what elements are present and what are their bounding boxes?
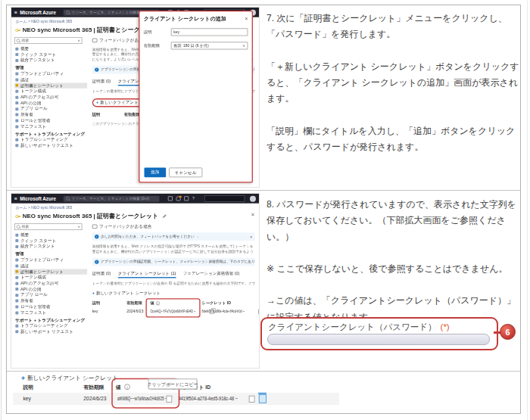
client-secret-field-label: クライアントシークレット（パスワード）(*)	[268, 322, 450, 333]
sidebar-item[interactable]: 新しいサポート リクエスト	[14, 329, 87, 335]
step7-paragraph: 7. 次に「証明書とシークレット」メニューをクリックし、「パスワード」を発行しま…	[267, 11, 522, 43]
feedback-link[interactable]: フィードバックがある場合	[92, 223, 255, 229]
client-secret-input[interactable]	[267, 334, 490, 345]
sidebar-item[interactable]: トークン構成	[14, 275, 87, 281]
gear-icon[interactable]	[184, 196, 189, 201]
sidebar-item-icon	[15, 95, 18, 98]
sidebar-item[interactable]: 管理	[14, 65, 87, 71]
sidebar-search-placeholder: 検索	[21, 224, 29, 229]
add-client-secret-link[interactable]: +新しいクライアント シークレット	[21, 374, 118, 382]
sidebar-item[interactable]: トラブルシューティング	[14, 323, 87, 329]
close-icon[interactable]: ×	[251, 211, 254, 217]
sidebar-item[interactable]: 証明書とシークレット	[14, 82, 87, 89]
sidebar-item[interactable]: ロールと管理者	[14, 304, 87, 310]
sidebar-item[interactable]: マニフェスト	[14, 310, 87, 316]
sidebar-item-icon	[15, 138, 18, 142]
required-mark: (*)	[441, 322, 450, 331]
azure-brand[interactable]: Microsoft Azure	[20, 10, 56, 15]
table-row	[13, 393, 339, 405]
secret-id: 4419f504-a278-4ed5-918c-48 ~	[179, 396, 238, 402]
sidebar-item[interactable]: 統合アシスタント	[14, 244, 87, 250]
tab[interactable]: 証明書 (0)	[92, 270, 111, 278]
breadcrumb[interactable]: ホーム > NEO sync Microsoft 365	[11, 204, 259, 210]
close-icon[interactable]: ×	[248, 235, 253, 239]
azure-brand[interactable]: Microsoft Azure	[20, 196, 56, 201]
sidebar-item[interactable]: ロールと管理者	[14, 118, 87, 124]
page-left-edge	[1, 0, 2, 420]
cloud-shell-icon[interactable]	[168, 196, 173, 201]
sidebar-item[interactable]: マニフェスト	[14, 123, 87, 129]
sidebar-item[interactable]: API のアクセス許可	[14, 95, 87, 101]
close-icon[interactable]: ×	[245, 16, 248, 21]
sidebar-search-input[interactable]: 検索 «	[14, 223, 82, 230]
main-content: フィードバックがある場合 i少しお時間をいただき、フィードバックをお寄せください…	[87, 222, 259, 313]
sidebar-item[interactable]: サポート + トラブルシューティング	[14, 131, 87, 137]
global-search-input[interactable]: リソース、サービス、ドキュメントの検索 (G+/)	[64, 195, 160, 201]
menu-icon[interactable]: ≡	[14, 10, 17, 15]
trash-icon[interactable]	[259, 394, 267, 403]
collapse-icon[interactable]: «	[78, 225, 80, 229]
sidebar-item[interactable]: 新しいサポート リクエスト	[14, 143, 87, 149]
column-secret-id: シークレット ID	[202, 300, 255, 306]
sidebar-item[interactable]: サポート + トラブルシューティング	[14, 317, 87, 323]
sidebar-item[interactable]: 統合アシスタント	[14, 58, 87, 64]
sidebar-item-icon	[15, 59, 18, 62]
page-right-edge	[527, 0, 528, 420]
copy-icon[interactable]	[258, 309, 259, 313]
copy-icon[interactable]	[167, 396, 173, 403]
sidebar-item-icon	[15, 259, 18, 262]
menu-icon[interactable]: ≡	[14, 196, 17, 201]
table-header-row: 説明 有効期限 値i シークレット ID	[92, 300, 255, 306]
sidebar-item-label: トークン構成	[20, 275, 46, 280]
sidebar-item[interactable]: クイック スタート	[14, 51, 87, 58]
sidebar-item[interactable]: 証明書とシークレット	[14, 269, 87, 275]
app-sidebar: 検索 « 概要 クイック スタート 統合アシスタント 管理	[11, 222, 87, 334]
sidebar-item[interactable]: 認証	[14, 76, 87, 82]
secret-expires: 2024/6/23	[83, 396, 106, 402]
cancel-button[interactable]: キャンセル	[169, 168, 202, 178]
azure-screenshot-step8: ≡ Microsoft Azure リソース、サービス、ドキュメントの検索 (G…	[11, 194, 259, 368]
sidebar-item-label: トラブルシューティング	[20, 323, 68, 328]
description-input[interactable]: key	[171, 28, 248, 36]
info-icon: i	[95, 260, 98, 263]
sidebar-item[interactable]: 認証	[14, 263, 87, 269]
sidebar-item[interactable]: 管理	[14, 251, 87, 257]
sidebar-item-icon	[15, 311, 18, 314]
collapse-icon[interactable]: «	[78, 39, 80, 43]
tab[interactable]: 証明書 (0)	[92, 78, 111, 86]
sidebar-item[interactable]: ブランドとプロパティ	[14, 71, 87, 77]
edit-icon[interactable]	[163, 214, 167, 218]
avatar[interactable]	[250, 195, 256, 201]
table-row: key 2024/6/23 OpuAtQ~YFu7yQdaStbKFnEi4D …	[92, 309, 255, 314]
sidebar-item[interactable]: API の公開	[14, 100, 87, 106]
sidebar-item[interactable]: トークン構成	[14, 89, 87, 95]
add-button[interactable]: 追加	[144, 168, 166, 178]
add-client-secret-link[interactable]: +新しいクライアント シークレット	[92, 291, 161, 296]
copy-icon[interactable]	[249, 396, 255, 403]
sidebar-item-label: 所有者	[20, 112, 33, 117]
sidebar-item[interactable]: 所有者	[14, 112, 87, 118]
sidebar-item[interactable]: クイック スタート	[14, 238, 87, 244]
tab[interactable]: フェデレーション資格情報 (0)	[183, 270, 240, 278]
sidebar-item-icon	[15, 270, 18, 273]
azure-topbar: ≡ Microsoft Azure リソース、サービス、ドキュメントの検索 (G…	[11, 194, 259, 204]
tab[interactable]: クライアント シークレット (1)	[118, 270, 176, 278]
expires-select[interactable]: 推奨: 180 日 (6 か月)∨	[171, 42, 248, 49]
enlarged-secrets-table: +新しいクライアント シークレット 説明 有効期限 値 i シークレット ID …	[11, 372, 520, 413]
sidebar-item[interactable]: 概要	[14, 46, 87, 52]
sidebar-item[interactable]: API の公開	[14, 286, 87, 292]
secret-description: key	[23, 396, 31, 402]
bell-icon[interactable]	[176, 196, 181, 201]
sidebar-item[interactable]: アプリ ロール	[14, 106, 87, 112]
sidebar-item-label: トークン構成	[20, 89, 46, 94]
sidebar-item[interactable]: トラブルシューティング	[14, 137, 87, 143]
sidebar-item[interactable]: アプリ ロール	[14, 292, 87, 298]
sidebar-item[interactable]: ブランドとプロパティ	[14, 257, 87, 263]
sidebar-item[interactable]: 概要	[14, 232, 87, 238]
page-title-row: NEO sync Microsoft 365 | 証明書とシークレット ×	[11, 210, 259, 222]
key-icon	[15, 28, 20, 32]
sidebar-item[interactable]: API のアクセス許可	[14, 281, 87, 287]
sidebar-search-input[interactable]: 検索 «	[14, 37, 82, 44]
sidebar-item[interactable]: 所有者	[14, 298, 87, 304]
help-icon[interactable]: ?	[192, 196, 195, 201]
